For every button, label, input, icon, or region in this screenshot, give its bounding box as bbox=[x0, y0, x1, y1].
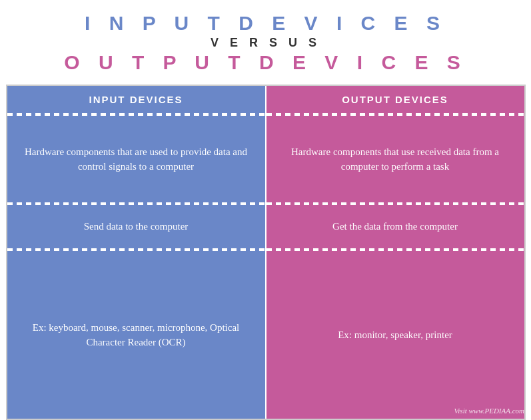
output-examples-text: Ex: monitor, speaker, printer bbox=[338, 327, 452, 343]
title-input: I N P U T D E V I C E S bbox=[13, 12, 518, 35]
header-section: I N P U T D E V I C E S V E R S U S O U … bbox=[0, 0, 531, 79]
input-examples-cell: Ex: keyboard, mouse, scanner, microphone… bbox=[7, 251, 266, 419]
table-header-row: INPUT DEVICES OUTPUT DEVICES bbox=[7, 86, 524, 113]
examples-row: Ex: keyboard, mouse, scanner, microphone… bbox=[7, 251, 524, 419]
output-definition-cell: Hardware components that use received da… bbox=[266, 116, 524, 202]
page-wrapper: I N P U T D E V I C E S V E R S U S O U … bbox=[0, 0, 531, 420]
input-devices-header: INPUT DEVICES bbox=[7, 86, 266, 113]
versus-text: V E R S U S bbox=[13, 36, 518, 50]
output-dataflow-cell: Get the data from the computer bbox=[266, 205, 524, 248]
definition-row: Hardware components that are used to pro… bbox=[7, 116, 524, 202]
output-devices-header: OUTPUT DEVICES bbox=[266, 86, 524, 113]
comparison-table: INPUT DEVICES OUTPUT DEVICES Hardware co… bbox=[6, 85, 526, 420]
input-dataflow-cell: Send data to the computer bbox=[7, 205, 266, 248]
data-flow-row: Send data to the computer Get the data f… bbox=[7, 205, 524, 248]
input-definition-cell: Hardware components that are used to pro… bbox=[7, 116, 266, 202]
output-examples-cell: Ex: monitor, speaker, printer Visit www.… bbox=[266, 251, 524, 419]
pediaa-credit: Visit www.PEDIAA.com bbox=[454, 405, 524, 417]
title-output: O U T P U T D E V I C E S bbox=[13, 51, 518, 74]
